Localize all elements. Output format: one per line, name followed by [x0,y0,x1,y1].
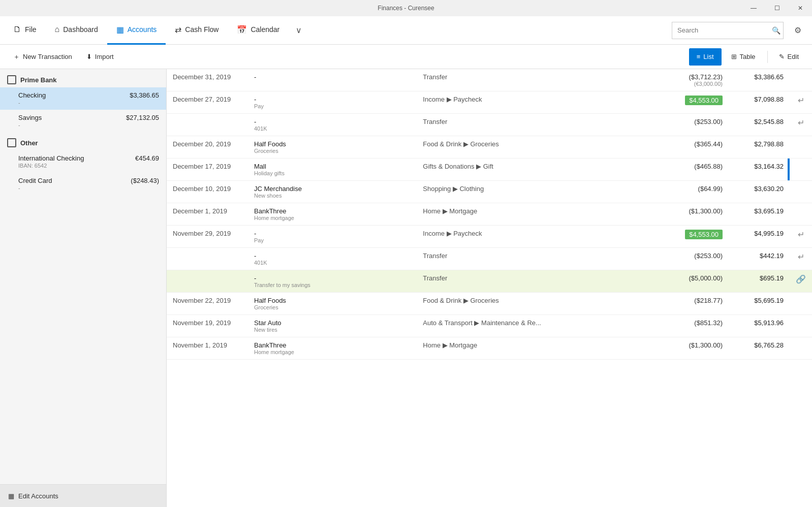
tx-amount: ($851.32) [658,315,729,337]
account-group-other: Other [0,132,166,150]
tx-action-icon [790,69,812,91]
tx-balance: $5,913.96 [729,315,790,337]
action-icon[interactable]: ↵ [798,118,804,127]
prime-bank-checkbox[interactable] [7,75,16,84]
nav-more-button[interactable]: ∨ [289,16,309,45]
savings-sub: - [18,122,42,128]
tx-category: Transfer [417,248,658,270]
tx-balance: $695.19 [729,270,790,293]
nav-accounts-label: Accounts [128,25,157,34]
tx-action-icon[interactable]: ↵ [790,114,812,136]
account-savings[interactable]: Savings - $27,132.05 [0,110,166,132]
tx-action-icon[interactable]: ↵ [790,91,812,114]
close-button[interactable]: ✕ [789,0,812,16]
tx-category: Gifts & Donations ▶ Gift [417,159,658,181]
table-row[interactable]: December 17, 2019MallHoliday giftsGifts … [167,159,812,181]
toolbar: ＋ New Transaction ⬇ Import ≡ List ⊞ Tabl… [0,45,812,69]
tx-payee: -Pay [248,226,417,248]
account-checking[interactable]: Checking - $3,386.65 [0,87,166,110]
table-row[interactable]: December 1, 2019BankThreeHome mortgageHo… [167,203,812,226]
tx-category: Income ▶ Paycheck [417,226,658,248]
tx-amount: ($64.99) [658,181,729,203]
window-controls: — ☐ ✕ [742,0,812,16]
tx-date: December 20, 2019 [167,136,248,159]
tx-category: Food & Drink ▶ Groceries [417,136,658,159]
search-wrapper: 🔍 [672,22,784,39]
action-icon[interactable]: ↵ [798,252,804,261]
tx-action-icon [790,159,812,181]
table-row[interactable]: December 31, 2019-Transfer($3,712.23)(€3… [167,69,812,91]
nav-file[interactable]: 🗋 File [4,16,46,45]
dashboard-icon: ⌂ [55,25,60,34]
nav-cashflow[interactable]: ⇄ Cash Flow [166,16,228,45]
tx-date: December 17, 2019 [167,159,248,181]
tx-amount: ($3,712.23)(€3,000.00) [658,69,729,91]
table-row[interactable]: November 1, 2019BankThreeHome mortgageHo… [167,337,812,360]
tx-balance: $3,630.20 [729,181,790,203]
tx-category: Transfer [417,270,658,293]
savings-balance: $27,132.05 [126,114,159,121]
action-icon[interactable]: ↵ [798,230,804,239]
maximize-button[interactable]: ☐ [765,0,789,16]
sidebar: Prime Bank Checking - $3,386.65 Savings … [0,69,167,507]
table-row[interactable]: November 29, 2019-PayIncome ▶ Paycheck$4… [167,226,812,248]
tx-balance: $3,695.19 [729,203,790,226]
content-area: December 31, 2019-Transfer($3,712.23)(€3… [167,69,812,507]
table-row[interactable]: November 19, 2019Star AutoNew tiresAuto … [167,315,812,337]
tx-payee: Star AutoNew tires [248,315,417,337]
cashflow-icon: ⇄ [175,25,181,35]
new-transaction-button[interactable]: ＋ New Transaction [6,48,79,66]
action-icon[interactable]: ↵ [798,96,804,105]
tx-action-icon[interactable]: ↵ [790,226,812,248]
table-row[interactable]: -Transfer to my savingsTransfer($5,000.0… [167,270,812,293]
other-checkbox[interactable] [7,138,16,147]
tx-amount: ($5,000.00) [658,270,729,293]
account-intl-checking[interactable]: International Checking IBAN: 6542 €454.6… [0,150,166,173]
list-label: List [703,53,713,60]
tx-category: Food & Drink ▶ Groceries [417,293,658,315]
intl-checking-name: International Checking [18,154,84,162]
tx-category: Shopping ▶ Clothing [417,181,658,203]
tx-date [167,270,248,293]
tx-date: November 22, 2019 [167,293,248,315]
import-icon: ⬇ [86,53,92,60]
table-row[interactable]: December 20, 2019Half FoodsGroceriesFood… [167,136,812,159]
tx-action-icon[interactable]: ↵ [790,248,812,270]
tx-balance: $3,386.65 [729,69,790,91]
nav-calendar-label: Calendar [251,25,279,34]
plus-icon: ＋ [13,52,20,61]
tx-balance: $7,098.88 [729,91,790,114]
tx-action-icon[interactable]: 🔗 [790,270,812,293]
table-view-button[interactable]: ⊞ Table [724,48,763,66]
nav-dashboard[interactable]: ⌂ Dashboard [46,16,107,45]
edit-accounts-button[interactable]: ▦ Edit Accounts [0,485,166,507]
table-row[interactable]: December 27, 2019-PayIncome ▶ Paycheck$4… [167,91,812,114]
table-row[interactable]: November 22, 2019Half FoodsGroceriesFood… [167,293,812,315]
minimize-button[interactable]: — [742,0,765,16]
intl-checking-balance: €454.69 [135,154,159,162]
credit-card-sub: - [18,185,52,191]
import-button[interactable]: ⬇ Import [79,48,121,66]
table-row[interactable]: December 10, 2019JC MerchandiseNew shoes… [167,181,812,203]
nav-bar: 🗋 File ⌂ Dashboard ▦ Accounts ⇄ Cash Flo… [0,16,812,45]
table-row[interactable]: -401KTransfer($253.00)$442.19↵ [167,248,812,270]
title-bar: Finances - Curensee — ☐ ✕ [0,0,812,16]
tx-amount: ($365.44) [658,136,729,159]
edit-button[interactable]: ✎ Edit [772,48,806,66]
account-credit-card[interactable]: Credit Card - ($248.43) [0,173,166,195]
checking-balance: $3,386.65 [130,91,159,99]
search-input[interactable] [672,22,784,39]
table-row[interactable]: -401KTransfer($253.00)$2,545.88↵ [167,114,812,136]
nav-accounts[interactable]: ▦ Accounts [107,16,166,45]
tx-amount: $4,553.00 [658,91,729,114]
tx-category: Home ▶ Mortgage [417,337,658,360]
list-icon: ≡ [697,53,701,60]
search-button[interactable]: 🔍 [772,26,780,35]
tx-action-icon [790,203,812,226]
other-label: Other [20,139,38,147]
list-view-button[interactable]: ≡ List [689,48,722,66]
nav-calendar[interactable]: 📅 Calendar [228,16,289,45]
action-icon[interactable]: 🔗 [796,275,806,283]
tx-action-icon [790,315,812,337]
settings-button[interactable]: ⚙ [788,20,808,41]
